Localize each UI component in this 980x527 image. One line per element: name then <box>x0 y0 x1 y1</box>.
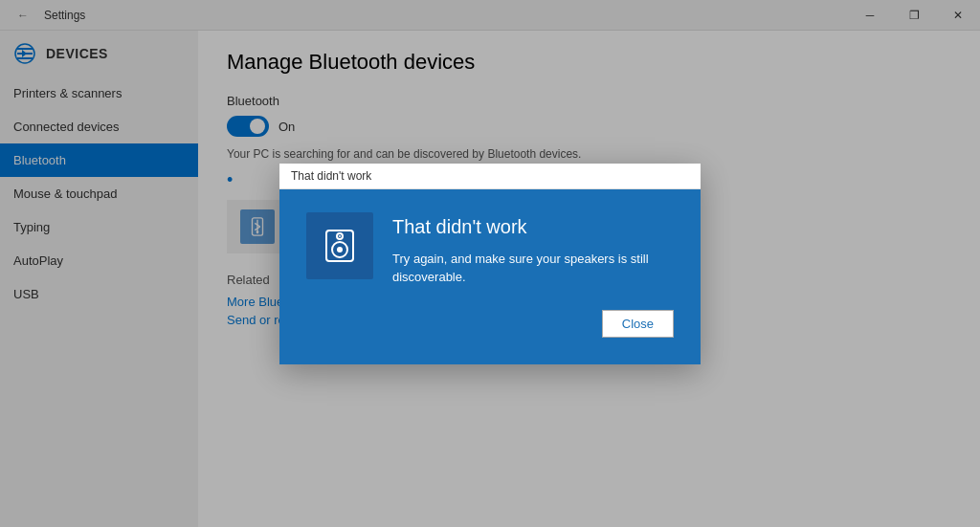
dialog-titlebar: That didn't work <box>279 164 701 189</box>
dialog-footer: Close <box>306 310 674 338</box>
svg-point-10 <box>339 235 341 237</box>
svg-point-8 <box>337 247 343 253</box>
speaker-icon <box>306 212 373 279</box>
close-dialog-button[interactable]: Close <box>602 310 674 338</box>
dialog-body: That didn't work Try again, and make sur… <box>279 189 701 364</box>
dialog-overlay: That didn't work That did <box>0 0 980 527</box>
dialog-title: That didn't work <box>392 216 674 238</box>
error-dialog: That didn't work That did <box>279 164 701 364</box>
dialog-header-row: That didn't work Try again, and make sur… <box>306 212 674 287</box>
dialog-text-area: That didn't work Try again, and make sur… <box>392 212 674 287</box>
dialog-message: Try again, and make sure your speakers i… <box>392 250 674 287</box>
